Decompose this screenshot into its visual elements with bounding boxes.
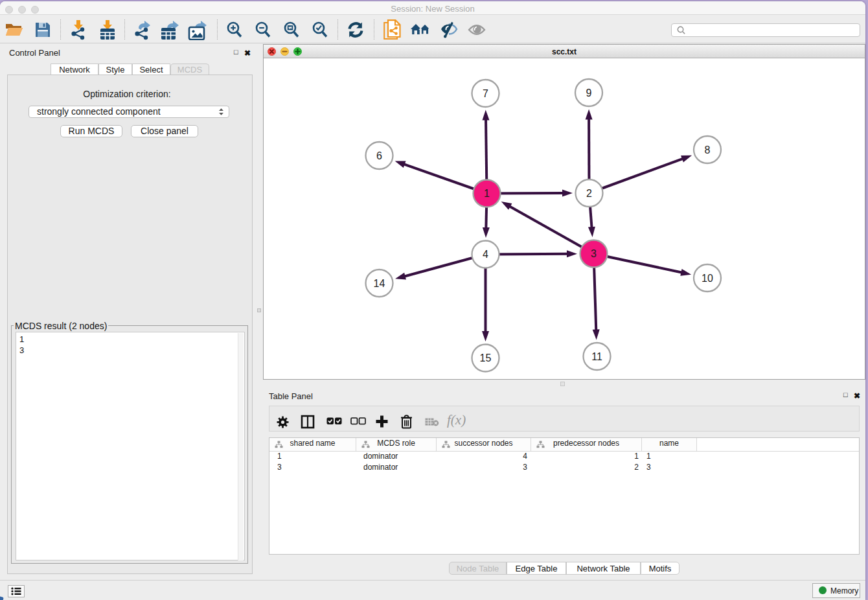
svg-text:8: 8 — [704, 144, 710, 155]
svg-text:9: 9 — [586, 87, 591, 98]
svg-text:4: 4 — [483, 249, 488, 260]
svg-text:14: 14 — [373, 277, 385, 288]
svg-text:10: 10 — [702, 272, 713, 283]
svg-text:15: 15 — [479, 352, 491, 363]
svg-text:6: 6 — [376, 150, 382, 161]
svg-text:11: 11 — [591, 351, 602, 362]
svg-text:3: 3 — [591, 248, 597, 259]
svg-text:1: 1 — [484, 188, 490, 199]
svg-text:7: 7 — [483, 87, 488, 98]
svg-text:2: 2 — [586, 187, 592, 198]
